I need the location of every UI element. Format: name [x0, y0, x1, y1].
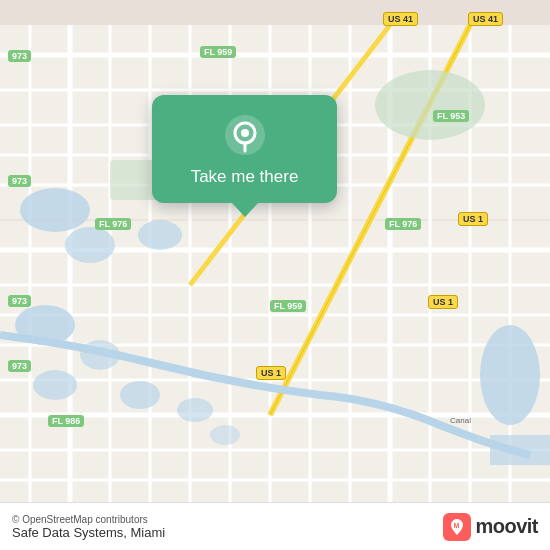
svg-point-33: [20, 188, 90, 232]
svg-rect-39: [490, 435, 550, 465]
svg-point-42: [120, 381, 160, 409]
svg-point-43: [177, 398, 213, 422]
svg-text:Canal: Canal: [450, 416, 471, 425]
bottom-bar: © OpenStreetMap contributors Safe Data S…: [0, 502, 550, 550]
moovit-icon-svg: M: [447, 517, 467, 537]
road-label-us1-2: US 1: [428, 295, 458, 309]
map-svg: Canal: [0, 0, 550, 550]
svg-point-38: [480, 325, 540, 425]
road-label-fl953: FL 953: [433, 110, 469, 122]
moovit-logo: M moovit: [443, 513, 538, 541]
road-label-fl973-2: 973: [8, 175, 31, 187]
bottom-left: © OpenStreetMap contributors Safe Data S…: [12, 514, 165, 540]
road-label-fl973-1: 973: [8, 50, 31, 62]
app-name-label: Safe Data Systems, Miami: [12, 525, 165, 540]
map-container: Canal 973 973 973 973 FL 959 FL 959 FL 9…: [0, 0, 550, 550]
take-me-there-button[interactable]: Take me there: [191, 167, 299, 187]
road-label-fl976-2: FL 976: [385, 218, 421, 230]
svg-point-44: [210, 425, 240, 445]
svg-point-34: [65, 227, 115, 263]
road-label-fl973-3: 973: [8, 295, 31, 307]
svg-point-37: [33, 370, 77, 400]
svg-point-41: [138, 220, 182, 250]
map-pin-icon: [223, 113, 267, 157]
road-label-us41-1: US 41: [383, 12, 418, 26]
moovit-text: moovit: [475, 515, 538, 538]
moovit-m-icon: M: [443, 513, 471, 541]
osm-attribution: © OpenStreetMap contributors: [12, 514, 165, 525]
road-label-us41-2: US 41: [468, 12, 503, 26]
road-label-fl959-1: FL 959: [200, 46, 236, 58]
road-label-us1-1: US 1: [458, 212, 488, 226]
svg-text:M: M: [454, 521, 460, 528]
road-label-fl976-1: FL 976: [95, 218, 131, 230]
road-label-us1-3: US 1: [256, 366, 286, 380]
road-label-fl959-2: FL 959: [270, 300, 306, 312]
location-card: Take me there: [152, 95, 337, 203]
road-label-fl986: FL 986: [48, 415, 84, 427]
svg-point-32: [375, 70, 485, 140]
road-label-fl973-4: 973: [8, 360, 31, 372]
svg-point-48: [241, 129, 249, 137]
